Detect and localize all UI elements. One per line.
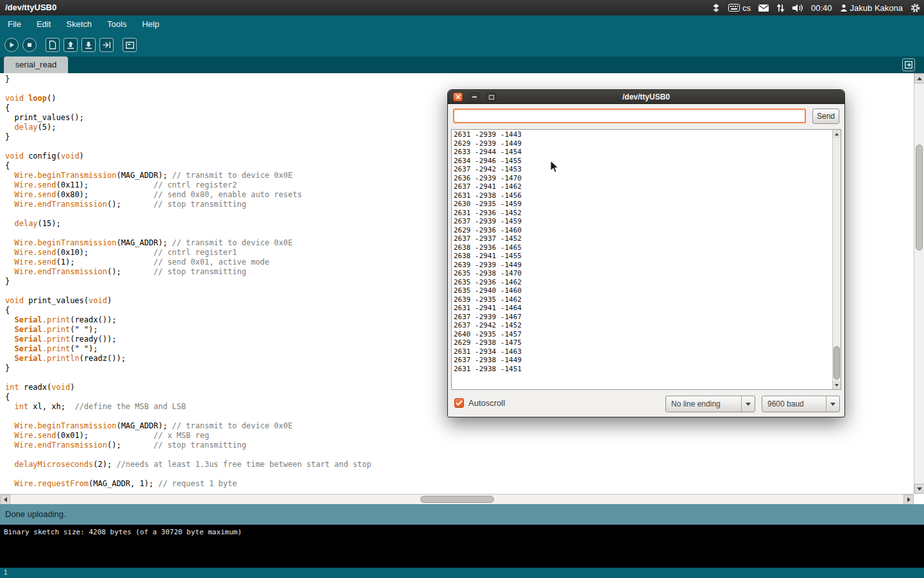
serial-scroll-down-button[interactable] xyxy=(833,381,841,389)
desktop: /dev/ttyUSB0 cs 00:40 Jakub Kakona xyxy=(0,0,924,578)
baud-rate-select[interactable]: 9600 baud xyxy=(762,396,840,412)
vertical-scroll-thumb[interactable] xyxy=(916,144,923,250)
status-bar: Done uploading. xyxy=(0,504,924,525)
autoscroll-label: Autoscroll xyxy=(468,398,505,408)
serial-scroll-thumb[interactable] xyxy=(834,346,840,380)
status-message: Done uploading. xyxy=(5,504,66,525)
mail-icon[interactable] xyxy=(758,4,769,12)
verify-icon xyxy=(8,42,15,48)
serial-monitor-icon xyxy=(126,42,134,49)
user-name: Jakub Kakona xyxy=(850,3,903,13)
tab-bar: serial_read xyxy=(0,57,924,73)
console: Binary sketch size: 4208 bytes (of a 307… xyxy=(0,525,924,568)
maximize-icon xyxy=(489,95,494,100)
scroll-right-button[interactable] xyxy=(903,495,914,505)
network-icon[interactable] xyxy=(776,4,785,12)
console-text: Binary sketch size: 4208 bytes (of a 307… xyxy=(0,525,924,536)
autoscroll-checkbox[interactable] xyxy=(454,398,464,408)
serial-scrollbar[interactable] xyxy=(832,130,841,389)
keyboard-layout-label: cs xyxy=(742,3,751,13)
menu-tools[interactable]: Tools xyxy=(99,15,134,33)
keyboard-layout-indicator[interactable]: cs xyxy=(728,3,751,13)
menu-edit[interactable]: Edit xyxy=(29,15,58,33)
keyboard-icon xyxy=(728,4,740,12)
chevron-down-icon xyxy=(741,396,755,412)
serial-input[interactable] xyxy=(453,109,806,123)
new-sketch-icon xyxy=(49,40,56,49)
line-ending-select[interactable]: No line ending xyxy=(665,396,755,412)
serial-monitor-titlebar[interactable]: /dev/ttyUSB0 xyxy=(448,90,844,104)
bottom-strip: 1 xyxy=(0,568,924,578)
minimize-button[interactable] xyxy=(470,92,479,101)
editor-vertical-scrollbar[interactable] xyxy=(914,73,924,494)
horizontal-scroll-thumb[interactable] xyxy=(420,496,494,503)
new-sketch-button[interactable] xyxy=(46,38,60,52)
serial-monitor-button[interactable] xyxy=(123,38,137,52)
serial-monitor-window: /dev/ttyUSB0 Send 2631 -2939 -14432629 -… xyxy=(447,89,845,417)
check-icon xyxy=(456,400,463,406)
save-icon xyxy=(85,41,92,49)
stop-icon xyxy=(26,42,33,48)
indicator-icon[interactable] xyxy=(712,4,721,12)
line-indicator: 1 xyxy=(4,568,8,578)
open-button[interactable] xyxy=(64,38,78,52)
serial-scroll-up-button[interactable] xyxy=(833,130,841,138)
serial-output[interactable]: 2631 -2939 -14432629 -2939 -14492633 -29… xyxy=(451,129,841,390)
verify-button[interactable] xyxy=(4,38,19,52)
tab-serial-read[interactable]: serial_read xyxy=(4,57,68,73)
close-icon xyxy=(456,94,461,100)
menu-help[interactable]: Help xyxy=(134,15,167,33)
serial-monitor-controls: Autoscroll No line ending 9600 baud xyxy=(448,390,844,417)
serial-monitor-title: /dev/ttyUSB0 xyxy=(448,90,844,104)
minimize-icon xyxy=(472,96,477,98)
menubar: File Edit Sketch Tools Help xyxy=(0,15,924,33)
user-menu[interactable]: Jakub Kakona xyxy=(840,3,903,13)
upload-button[interactable] xyxy=(99,38,114,52)
open-icon xyxy=(67,41,74,49)
user-icon xyxy=(840,4,848,12)
editor-horizontal-scrollbar[interactable] xyxy=(0,494,914,504)
upload-icon xyxy=(103,41,111,49)
line-ending-value: No line ending xyxy=(671,396,721,412)
gear-icon[interactable] xyxy=(911,3,920,13)
maximize-button[interactable] xyxy=(486,92,496,101)
menu-file[interactable]: File xyxy=(0,15,29,33)
scroll-down-button[interactable] xyxy=(914,484,924,494)
new-tab-icon xyxy=(905,61,912,69)
serial-output-text: 2631 -2939 -14432629 -2939 -14492633 -29… xyxy=(452,130,832,373)
close-button[interactable] xyxy=(453,92,463,101)
new-tab-button[interactable] xyxy=(902,58,915,71)
top-panel: /dev/ttyUSB0 cs 00:40 Jakub Kakona xyxy=(0,0,924,15)
volume-icon[interactable] xyxy=(792,4,803,12)
window-title: /dev/ttyUSB0 xyxy=(5,0,56,15)
mouse-cursor xyxy=(550,160,560,174)
chevron-down-icon xyxy=(826,396,839,412)
scroll-up-button[interactable] xyxy=(914,73,924,83)
toolbar xyxy=(0,33,924,57)
send-button[interactable]: Send xyxy=(812,109,839,124)
save-button[interactable] xyxy=(81,38,96,52)
baud-rate-value: 9600 baud xyxy=(767,396,804,412)
clock[interactable]: 00:40 xyxy=(811,3,832,13)
scroll-left-button[interactable] xyxy=(0,495,10,505)
menu-sketch[interactable]: Sketch xyxy=(58,15,99,33)
stop-button[interactable] xyxy=(22,38,37,52)
